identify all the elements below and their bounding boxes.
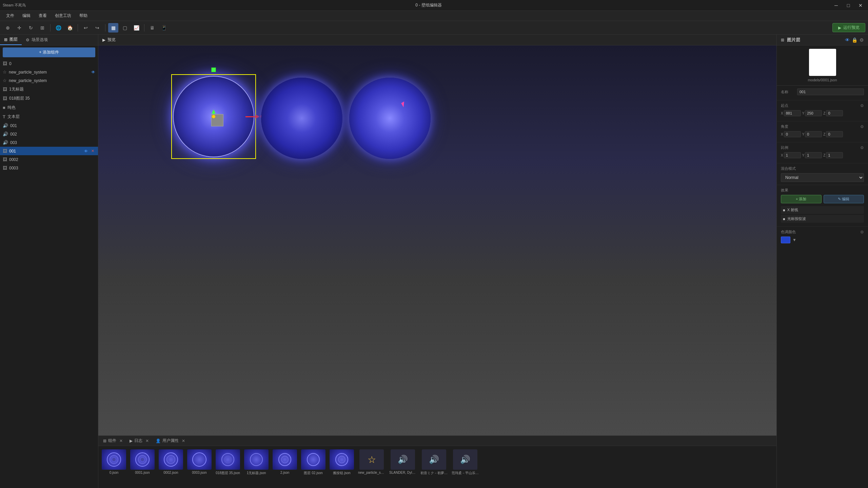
- angle-z-input[interactable]: [826, 131, 843, 137]
- layer-item-text[interactable]: T 文本层: [0, 112, 98, 121]
- tab-log[interactable]: ▶ 日志 ✕: [126, 436, 152, 445]
- layer-item-018[interactable]: 🖼 018图层 35: [0, 94, 98, 103]
- menu-help[interactable]: 帮助: [76, 12, 91, 20]
- name-input[interactable]: [797, 88, 864, 95]
- frame-button[interactable]: ▢: [120, 23, 130, 33]
- layer-item-0003[interactable]: 🖼 0003: [0, 164, 98, 172]
- layer-item-0[interactable]: 🖼 0: [0, 59, 98, 68]
- redo-button[interactable]: ↪: [92, 23, 102, 33]
- scale-x-input[interactable]: [784, 152, 801, 158]
- layer-item-solid[interactable]: ■ 纯色: [0, 103, 98, 112]
- asset-fan[interactable]: 🔊 范玮柔－平山乐(古筝).mp3: [450, 448, 480, 477]
- add-component-button[interactable]: + 添加组件: [3, 47, 95, 57]
- lock-icon[interactable]: 🔒: [852, 37, 857, 43]
- asset-particle-sys[interactable]: ☆ new_particle_sy stem: [357, 448, 387, 476]
- settings-icon[interactable]: ⚙: [860, 37, 864, 43]
- layer-item-audio-002[interactable]: 🔊 002: [0, 130, 98, 138]
- asset-slander[interactable]: 🔊 SLANDER, Dylan...: [388, 448, 418, 476]
- asset-0002json[interactable]: 0002.json: [157, 448, 184, 476]
- effect-ripple[interactable]: ■ 光标按纹波: [781, 215, 864, 223]
- edit-effect-button[interactable]: ✎ 编辑: [824, 195, 864, 203]
- blend-mode-select[interactable]: Normal Add Multiply Screen Overlay: [781, 173, 864, 182]
- user-icon: 👤: [156, 439, 161, 443]
- tab-component[interactable]: ⊞ 组件 ✕: [100, 436, 126, 445]
- color-swatch[interactable]: [781, 237, 790, 243]
- tab-user-close[interactable]: ✕: [182, 439, 185, 443]
- desktop-button[interactable]: 🖥: [147, 23, 157, 33]
- effects-header: 效果: [781, 188, 864, 193]
- asset-movebtn[interactable]: 搬按钮.json: [328, 448, 355, 477]
- visibility-icon[interactable]: 👁: [91, 70, 95, 75]
- tab-component-close[interactable]: ✕: [119, 439, 123, 443]
- menu-view[interactable]: 查看: [35, 12, 50, 20]
- asset-1untitled[interactable]: 1无标题.json: [243, 448, 270, 477]
- window-controls: ─ □ ✕: [831, 2, 865, 9]
- color-gear-icon[interactable]: ⚙: [860, 230, 864, 235]
- eye-toggle-icon[interactable]: 👁: [845, 37, 850, 43]
- canvas-area[interactable]: [98, 45, 776, 435]
- origin-x-input[interactable]: [784, 110, 801, 116]
- transform-handle-top[interactable]: [211, 67, 216, 72]
- move-button[interactable]: ✛: [14, 23, 24, 33]
- tab-layers[interactable]: ⊞ 图层: [0, 35, 22, 45]
- angle-section: 角度 ⚙ X Y Z: [777, 121, 868, 142]
- grid-button[interactable]: ▦: [108, 23, 118, 33]
- layer-item-0002[interactable]: 🖼 0002: [0, 155, 98, 164]
- layer-item-audio-003[interactable]: 🔊 003: [0, 138, 98, 147]
- asset-0003json[interactable]: 0003.json: [186, 448, 213, 476]
- menu-edit[interactable]: 编辑: [19, 12, 34, 20]
- layout-button[interactable]: ⊞: [37, 23, 47, 33]
- run-preview-button[interactable]: ▶ 运行预览: [832, 23, 865, 32]
- origin-y-input[interactable]: [805, 110, 822, 116]
- particle-circle-middle[interactable]: [261, 78, 342, 159]
- color-dropdown-icon[interactable]: ▼: [792, 238, 796, 242]
- asset-thumb-2json: [273, 449, 297, 470]
- scale-gear-icon[interactable]: ⚙: [860, 145, 864, 150]
- effect-xray[interactable]: ■ X 射线: [781, 206, 864, 214]
- asset-hatsune[interactable]: 🔊 初音ミク－初夢.mp3: [419, 448, 449, 477]
- tab-user-props[interactable]: 👤 用户属性 ✕: [152, 436, 189, 445]
- undo-button[interactable]: ↩: [81, 23, 91, 33]
- scale-y-input[interactable]: [805, 152, 822, 158]
- tab-scene[interactable]: ⚙ 场景选项: [22, 35, 52, 45]
- effect-buttons: + 添加 ✎ 编辑: [781, 195, 864, 203]
- home-button[interactable]: 🏠: [65, 23, 75, 33]
- add-effect-button[interactable]: + 添加: [781, 195, 822, 203]
- asset-layer02[interactable]: 图层 02.json: [300, 448, 327, 477]
- angle-y-input[interactable]: [805, 131, 822, 137]
- close-button[interactable]: ✕: [856, 2, 865, 9]
- refresh-button[interactable]: ↻: [26, 23, 36, 33]
- image-icon-0002: 🖼: [3, 157, 7, 162]
- chart-button[interactable]: 📈: [131, 23, 141, 33]
- scale-x: X: [781, 152, 801, 158]
- mobile-button[interactable]: 📱: [159, 23, 169, 33]
- cursor-indicator: [402, 102, 409, 109]
- origin-gear-icon[interactable]: ⚙: [860, 103, 864, 108]
- particle-circle-right[interactable]: [349, 78, 431, 159]
- layer-item-audio-001[interactable]: 🔊 001: [0, 121, 98, 130]
- layer-delete-button[interactable]: ✕: [90, 148, 95, 154]
- tab-log-close[interactable]: ✕: [145, 439, 149, 443]
- particle-circle-left[interactable]: [173, 76, 254, 157]
- layer-item-particle-1[interactable]: ☆ new_particle_system 👁: [0, 68, 98, 76]
- globe-button[interactable]: 🌐: [53, 23, 63, 33]
- layer-eye-button[interactable]: 👁: [83, 148, 89, 154]
- new-button[interactable]: ⊕: [3, 23, 13, 33]
- maximize-button[interactable]: □: [844, 2, 853, 9]
- origin-z-input[interactable]: [826, 110, 843, 116]
- asset-2json[interactable]: 2.json: [271, 448, 298, 476]
- scale-z-input[interactable]: [826, 152, 843, 158]
- layer-item-particle-2[interactable]: ☆ new_particle_system: [0, 76, 98, 85]
- minimize-button[interactable]: ─: [831, 2, 841, 9]
- layer-item-untitled[interactable]: 🖼 1无标题: [0, 85, 98, 94]
- angle-x-input[interactable]: [784, 131, 801, 137]
- origin-x: X: [781, 110, 801, 116]
- menu-workshop[interactable]: 创意工坊: [52, 12, 75, 20]
- preview-tab: ▶ 预览: [98, 35, 776, 45]
- layer-item-001-selected[interactable]: 🖼 001 👁 ✕: [0, 147, 98, 155]
- asset-0json[interactable]: 0.json: [100, 448, 127, 476]
- asset-018json[interactable]: 018图层 35.json: [214, 448, 241, 477]
- angle-gear-icon[interactable]: ⚙: [860, 124, 864, 129]
- asset-0001json[interactable]: 0001.json: [129, 448, 156, 476]
- menu-file[interactable]: 文件: [3, 12, 18, 20]
